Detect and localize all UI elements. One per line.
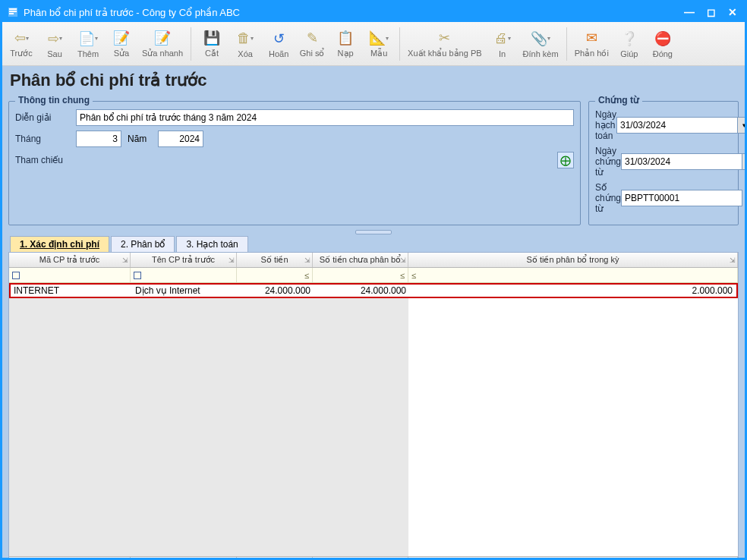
post-icon: ✎ (303, 29, 321, 47)
close-button[interactable]: ⛔Đóng (647, 24, 679, 64)
window-title: Phân bổ chi phí trả trước - Công ty Cổ p… (24, 7, 681, 18)
docdate-input[interactable] (621, 153, 742, 170)
col-period-header[interactable]: Số tiền phân bổ trong kỳ⇲ (408, 253, 738, 267)
window-controls: — ◻ ✕ (681, 6, 740, 18)
edit-icon: 📝 (112, 29, 131, 47)
footer-sum-period: 2.000.000 (408, 557, 738, 560)
cost-grid: Mã CP trả trước⇲ Tên CP trả trước⇲ Số ti… (8, 252, 739, 560)
cut-button[interactable]: 💾Cắt (196, 24, 228, 64)
cell-amount[interactable]: 24.000.000 (238, 285, 314, 297)
docdate-label: Ngày chứng từ (595, 146, 621, 178)
docdate-dropdown[interactable]: ▾ (742, 153, 747, 170)
postdate-label: Ngày hạch toán (595, 109, 616, 141)
grid-header: Mã CP trả trước⇲ Tên CP trả trước⇲ Số ti… (9, 253, 738, 268)
footer-sum-unalloc: 24.000.000 (313, 557, 408, 560)
grid-filter-row[interactable]: ≤ ≤ ≤ (9, 268, 738, 283)
attach-icon: 📎▾ (531, 30, 550, 48)
desc-input[interactable] (76, 109, 574, 126)
print-button[interactable]: 🖨▾In (487, 24, 518, 64)
add-reference-button[interactable]: ⨁ (557, 152, 574, 168)
grid-footer: Số dòng = 1 24.000.000 24.000.000 2.000.… (9, 556, 738, 560)
tab-accounting[interactable]: 3. Hạch toán (176, 236, 247, 252)
titlebar: Phân bổ chi phí trả trước - Công ty Cổ p… (2, 2, 745, 22)
mail-icon: ✉ (582, 29, 600, 47)
ref-label: Tham chiếu (15, 155, 76, 165)
cell-period[interactable]: 2.000.000 (410, 285, 736, 297)
close-icon: ⛔ (654, 30, 672, 48)
footer-sum-amount: 24.000.000 (237, 557, 313, 560)
document-legend: Chứng từ (595, 95, 642, 105)
toolbar: ⇦▾Trước ⇨▾Sau 📄▾Thêm 📝Sửa 📝Sửa nhanh 💾Cắ… (2, 22, 745, 66)
tab-allocate[interactable]: 2. Phân bổ (111, 236, 175, 252)
cell-name[interactable]: Dịch vụ Internet (132, 285, 238, 297)
post-button[interactable]: ✎Ghi sổ (296, 24, 328, 64)
postdate-dropdown[interactable]: ▾ (738, 117, 747, 134)
delete-button[interactable]: 🗑▾Xóa (229, 24, 261, 64)
col-code-header[interactable]: Mã CP trả trước⇲ (9, 253, 131, 267)
year-input[interactable] (158, 131, 203, 147)
edit-button[interactable]: 📝Sửa (106, 24, 137, 64)
prev-button[interactable]: ⇦▾Trước (5, 24, 37, 64)
print-icon: 🖨▾ (493, 30, 512, 48)
col-unalloc-header[interactable]: Số tiền chưa phân bổ⇲ (313, 253, 408, 267)
month-label: Tháng (15, 134, 76, 144)
docno-label: Số chứng từ (595, 182, 621, 214)
attach-button[interactable]: 📎▾Đính kèm (520, 24, 562, 64)
add-icon: 📄▾ (79, 30, 97, 48)
postdate-input[interactable] (616, 117, 738, 134)
filter-icon (134, 272, 141, 279)
table-row[interactable]: INTERNET Dịch vụ Internet 24.000.000 24.… (9, 283, 738, 298)
export-icon: ✂ (436, 29, 454, 47)
year-label: Năm (128, 134, 158, 144)
month-input[interactable] (76, 131, 121, 147)
help-button[interactable]: ❔Giúp (613, 24, 645, 64)
add-button[interactable]: 📄▾Thêm (72, 24, 104, 64)
desc-label: Diễn giải (15, 112, 76, 123)
close-window-button[interactable]: ✕ (725, 6, 740, 18)
cell-code[interactable]: INTERNET (11, 285, 132, 297)
delete-icon: 🗑▾ (236, 30, 254, 48)
help-icon: ❔ (620, 30, 638, 48)
template-icon: 📐▾ (370, 29, 388, 47)
maximize-button[interactable]: ◻ (704, 6, 719, 18)
tab-determine-cost[interactable]: 1. Xác định chi phí (10, 236, 109, 252)
document-panel: Chứng từ Ngày hạch toán ▾ Ngày chứng từ … (588, 101, 739, 225)
filter-icon (12, 272, 20, 279)
load-button[interactable]: 📋Nạp (329, 24, 361, 64)
cell-unalloc[interactable]: 24.000.000 (314, 285, 410, 297)
save-icon: 💾 (203, 29, 221, 47)
docno-input[interactable] (621, 190, 742, 206)
undo-icon: ↺ (269, 30, 288, 48)
quickedit-button[interactable]: 📝Sửa nhanh (139, 24, 186, 64)
export-button[interactable]: ✂Xuất khẩu bảng PB (405, 24, 484, 64)
undo-button[interactable]: ↺Hoãn (263, 24, 295, 64)
app-icon (7, 6, 19, 18)
splitter[interactable] (8, 228, 739, 236)
general-info-panel: Thông tin chung Diễn giải Tháng Năm Tham… (8, 101, 581, 225)
content-area: Phân bổ chi phí trả trước Thông tin chun… (2, 66, 745, 558)
footer-rowcount: Số dòng = 1 (9, 557, 131, 560)
col-amount-header[interactable]: Số tiền⇲ (237, 253, 313, 267)
general-info-legend: Thông tin chung (15, 95, 93, 105)
col-name-header[interactable]: Tên CP trả trước⇲ (131, 253, 237, 267)
template-button[interactable]: 📐▾Mẫu (363, 24, 395, 64)
page-title: Phân bổ chi phí trả trước (10, 71, 739, 90)
quickedit-icon: 📝 (153, 29, 172, 47)
load-icon: 📋 (336, 29, 355, 47)
next-button[interactable]: ⇨▾Sau (39, 24, 71, 64)
tabs: 1. Xác định chi phí 2. Phân bổ 3. Hạch t… (8, 236, 739, 252)
minimize-button[interactable]: — (681, 6, 698, 18)
grid-body (9, 298, 738, 556)
feedback-button[interactable]: ✉Phản hồi (572, 24, 612, 64)
